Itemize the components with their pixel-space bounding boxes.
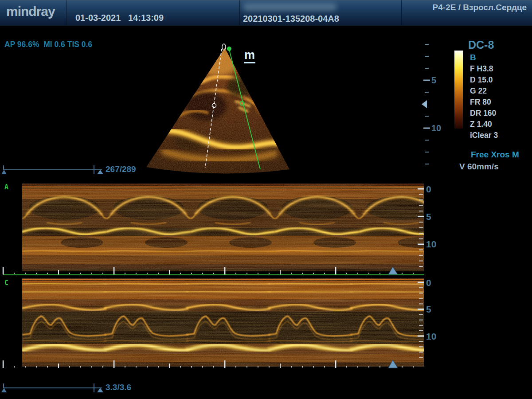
- sweep-position-marker-icon[interactable]: [388, 267, 398, 274]
- datetime-display: 01-03-2021 14:13:09: [75, 13, 164, 23]
- header-divider: [239, 0, 240, 26]
- mindray-logo: mindray: [6, 4, 55, 19]
- patient-name-redacted: [243, 3, 337, 11]
- free-xros-m-label: Free Xros M: [471, 150, 519, 160]
- mmode-a-depth-ruler: 0 5 10: [415, 184, 446, 273]
- cine-position-marker-icon[interactable]: [97, 170, 103, 174]
- mmode-c-depth-ticks: [418, 282, 424, 358]
- mmode-c-depth-label: 5: [426, 304, 431, 314]
- mmode-a-depth-ticks: [418, 188, 424, 267]
- mmode-c-depth-label: 10: [426, 331, 436, 341]
- mmode-panel-c-label: C: [4, 279, 8, 287]
- mmode-panel-a-label: A: [4, 183, 8, 191]
- grayscale-colorbar: [454, 51, 463, 129]
- mmode-a-depth-label: 0: [426, 184, 431, 194]
- time-ruler-ticks: [3, 360, 414, 368]
- header-divider: [401, 0, 402, 26]
- mmode-trace-a: [22, 184, 424, 271]
- exam-id: 20210301-135208-04A8: [243, 14, 339, 24]
- cine-start-marker-icon: [1, 170, 7, 174]
- mode-indicator: B: [470, 53, 476, 63]
- header-divider: [66, 0, 67, 26]
- param-dynamicrange: DR 160: [470, 108, 498, 119]
- bmode-depth-ruler: 5 10: [421, 41, 448, 174]
- param-frequency: F H3.8: [470, 63, 498, 74]
- mmode-bottom-time-ruler: [0, 357, 426, 371]
- sweep-position-marker-icon[interactable]: [388, 360, 398, 368]
- sweep-speed: V 60mm/s: [459, 162, 499, 172]
- bmode-depth-label: 5: [431, 75, 436, 85]
- mmode-time-baseline: [0, 265, 426, 277]
- ecg-baseline: [3, 274, 424, 275]
- param-zoom: Z 1.40: [470, 119, 498, 130]
- bmode-sector-image: [124, 38, 319, 175]
- bmode-tissue: [124, 38, 319, 175]
- mmode-trace-c: [22, 278, 424, 367]
- cine-position-marker-icon[interactable]: [97, 388, 103, 392]
- bmode-depth-label: 10: [431, 123, 441, 133]
- probe-preset: P4-2E / Взросл.Сердце: [433, 3, 527, 12]
- param-gain: G 22: [470, 86, 498, 97]
- mmode-c-depth-label: 0: [426, 278, 431, 288]
- header-bar: mindray 01-03-2021 14:13:09 20210301-135…: [0, 0, 532, 26]
- ultrasound-screen: mindray 01-03-2021 14:13:09 20210301-135…: [0, 0, 532, 399]
- system-model: DC-8: [468, 39, 494, 51]
- mmode-a-depth-label: 5: [426, 211, 431, 222]
- cursor-apex-dot[interactable]: [227, 47, 231, 51]
- cine-time-counter: 3.3/3.6: [106, 383, 131, 392]
- param-iclear: iClear 3: [470, 130, 498, 141]
- acoustic-output-status: AP 96.6% MI 0.6 TIS 0.6: [4, 40, 92, 49]
- mmode-a-depth-label: 10: [426, 239, 436, 249]
- param-framerate: FR 80: [470, 97, 498, 108]
- param-depth: D 15.0: [470, 74, 498, 86]
- cine-start-marker-icon: [1, 388, 7, 392]
- mmode-cursor-handle-a[interactable]: [212, 104, 216, 108]
- imaging-parameters: F H3.8 D 15.0 G 22 FR 80 DR 160 Z 1.40 i…: [470, 63, 498, 141]
- apex-bracket-icon: [222, 44, 226, 50]
- time-ruler-ticks: [3, 267, 414, 274]
- mmode-c-depth-ruler: 0 5 10: [415, 278, 446, 367]
- focus-marker-icon[interactable]: [422, 100, 427, 108]
- frame-counter: 267/289: [106, 164, 136, 174]
